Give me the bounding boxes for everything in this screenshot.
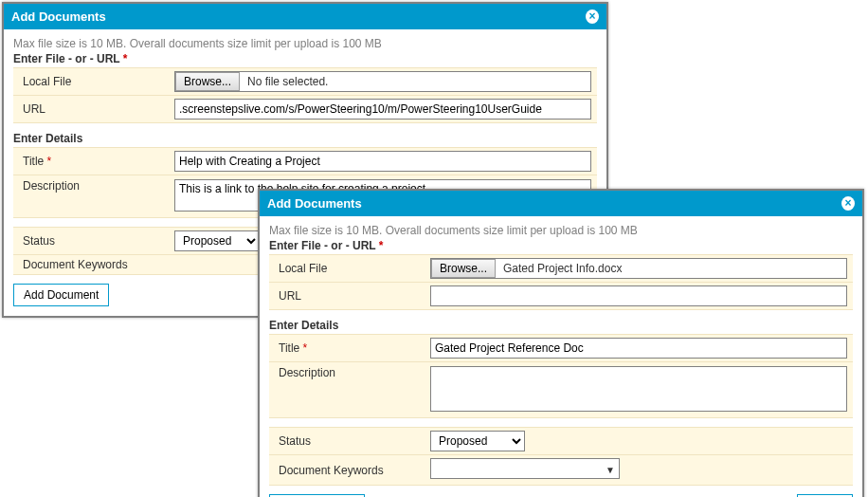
label-url: URL [275,289,430,303]
required-marker: * [47,155,52,168]
label-url: URL [19,102,174,116]
label-status: Status [19,234,174,248]
section-enter-details: Enter Details [13,132,597,145]
row-url: URL [269,282,853,310]
close-icon[interactable]: × [841,196,855,211]
row-description: Description [269,361,853,418]
url-input[interactable] [174,99,591,120]
label-title: Title * [19,155,174,168]
file-picker: Browse... No file selected. [174,71,591,92]
titlebar: Add Documents × [4,4,606,29]
section-enter-details: Enter Details [269,319,853,332]
file-selected-text: Gated Project Info.docx [499,262,622,275]
close-icon[interactable]: × [586,9,599,24]
add-document-button[interactable]: Add Document [13,284,109,306]
label-title: Title * [275,341,430,355]
browse-button[interactable]: Browse... [431,259,496,278]
label-local-file: Local File [19,75,174,88]
section-enter-file: Enter File - or - URL * [269,239,853,252]
description-input[interactable] [430,366,847,412]
chevron-down-icon: ▼ [606,465,615,475]
label-description: Description [275,366,430,379]
required-marker: * [379,239,384,252]
dialog-title: Add Documents [11,9,106,24]
file-picker: Browse... Gated Project Info.docx [430,258,847,279]
dialog-title: Add Documents [267,196,362,211]
status-select[interactable]: Proposed [174,230,260,251]
label-local-file: Local File [275,262,430,275]
row-title: Title * [13,147,597,175]
file-size-hint: Max file size is 10 MB. Overall document… [269,224,853,237]
label-description: Description [19,179,174,193]
title-input[interactable] [430,338,847,359]
title-input[interactable] [174,151,591,172]
titlebar: Add Documents × [260,191,862,216]
section-enter-file: Enter File - or - URL * [13,52,597,65]
label-keywords: Document Keywords [19,258,174,271]
row-url: URL [13,95,597,123]
row-local-file: Local File Browse... Gated Project Info.… [269,254,853,283]
required-marker: * [123,52,128,65]
url-input[interactable] [430,285,847,306]
status-select[interactable]: Proposed [430,431,525,451]
file-selected-text: No file selected. [244,75,328,88]
browse-button[interactable]: Browse... [175,72,240,91]
label-status: Status [275,434,430,448]
required-marker: * [303,341,308,355]
row-status: Status Proposed [269,427,853,455]
label-keywords: Document Keywords [275,464,430,477]
row-keywords: Document Keywords ▼ [269,454,853,486]
keywords-dropdown[interactable]: ▼ [430,458,620,479]
add-documents-dialog-2: Add Documents × Max file size is 10 MB. … [258,189,864,497]
row-title: Title * [269,334,853,362]
row-local-file: Local File Browse... No file selected. [13,67,597,96]
file-size-hint: Max file size is 10 MB. Overall document… [13,37,597,50]
